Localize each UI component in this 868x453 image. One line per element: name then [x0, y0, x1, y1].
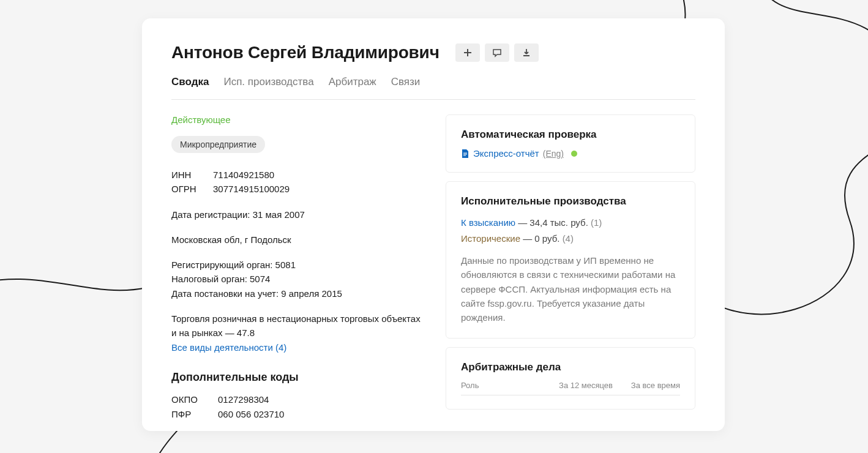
express-report-row: Экспресс-отчёт (Eng): [461, 148, 680, 159]
main-activity: Торговля розничная в нестационарных торг…: [171, 312, 421, 340]
okpo-value: 0127298304: [218, 392, 269, 406]
plus-icon: [463, 48, 473, 58]
to-recover-count: (1): [591, 217, 602, 228]
download-icon: [522, 48, 531, 58]
tab-arbitration[interactable]: Арбитраж: [329, 76, 376, 88]
proceedings-panel: Исполнительные производства К взысканию …: [446, 181, 695, 339]
reg-date: Дата регистрации: 31 мая 2007: [171, 208, 421, 222]
arbitration-title: Арбитражные дела: [461, 361, 680, 373]
auto-check-panel: Автоматическая проверка Экспресс-отчёт (…: [446, 114, 695, 173]
ogrn-row: ОГРН 307714915100029: [171, 182, 421, 196]
tax-authority: Налоговый орган: 5074: [171, 272, 421, 286]
th-role: Роль: [461, 381, 539, 390]
historical-count: (4): [563, 233, 574, 244]
pfr-value: 060 056 023710: [218, 407, 284, 421]
proceedings-note: Данные по производствам у ИП временно не…: [461, 253, 680, 324]
extra-codes-title: Дополнительные коды: [171, 371, 421, 384]
download-button[interactable]: [514, 43, 539, 62]
inn-label: ИНН: [171, 168, 202, 182]
express-report-link[interactable]: Экспресс-отчёт: [473, 148, 539, 159]
pfr-row: ПФР 060 056 023710: [171, 407, 421, 421]
th-all-time: За все время: [613, 381, 680, 390]
express-report-eng[interactable]: (Eng): [543, 149, 564, 159]
ogrn-label: ОГРН: [171, 182, 202, 196]
header-actions: [455, 43, 539, 62]
status-dot-green: [571, 151, 577, 157]
inn-row: ИНН 711404921580: [171, 168, 421, 182]
okpo-row: ОКПО 0127298304: [171, 392, 421, 406]
historical-row: Исторические — 0 руб. (4): [461, 231, 680, 247]
content-area: Действующее Микропредприятие ИНН 7114049…: [171, 114, 695, 421]
tabs-divider: [171, 99, 695, 100]
historical-value: — 0 руб.: [520, 233, 563, 244]
tax-reg-date: Дата постановки на учет: 9 апреля 2015: [171, 286, 421, 301]
inn-value: 711404921580: [213, 168, 274, 182]
auto-check-title: Автоматическая проверка: [461, 129, 680, 141]
page-title: Антонов Сергей Владимирович: [171, 43, 440, 62]
okpo-label: ОКПО: [171, 392, 207, 406]
tab-summary[interactable]: Сводка: [171, 76, 209, 88]
th-12-months: За 12 месяцев: [539, 381, 613, 390]
proceedings-title: Исполнительные производства: [461, 195, 680, 208]
document-icon: [461, 149, 470, 159]
all-activities-link[interactable]: Все виды деятельности (4): [171, 342, 286, 353]
header-row: Антонов Сергей Владимирович: [171, 43, 695, 62]
status-active: Действующее: [171, 114, 421, 125]
arbitration-table-head: Роль За 12 месяцев За все время: [461, 381, 680, 395]
enterprise-badge: Микропредприятие: [171, 136, 265, 153]
comment-button[interactable]: [485, 43, 509, 62]
ogrn-value: 307714915100029: [213, 182, 290, 196]
profile-card: Антонов Сергей Владимирович Сводка Исп. …: [142, 18, 725, 431]
region: Московская обл, г Подольск: [171, 233, 421, 247]
summary-column: Действующее Микропредприятие ИНН 7114049…: [171, 114, 421, 421]
tabs: Сводка Исп. производства Арбитраж Связи: [171, 76, 695, 88]
arbitration-panel: Арбитражные дела Роль За 12 месяцев За в…: [446, 347, 695, 410]
to-recover-row: К взысканию — 34,4 тыс. руб. (1): [461, 215, 680, 231]
historical-link[interactable]: Исторические: [461, 233, 520, 244]
pfr-label: ПФР: [171, 407, 207, 421]
reg-authority: Регистрирующий орган: 5081: [171, 258, 421, 272]
tab-enforcement[interactable]: Исп. производства: [223, 76, 313, 88]
to-recover-value: — 34,4 тыс. руб.: [515, 217, 591, 228]
add-button[interactable]: [455, 43, 480, 62]
to-recover-link[interactable]: К взысканию: [461, 217, 515, 228]
comment-icon: [492, 48, 502, 58]
side-panels: Автоматическая проверка Экспресс-отчёт (…: [446, 114, 695, 421]
tab-connections[interactable]: Связи: [391, 76, 421, 88]
